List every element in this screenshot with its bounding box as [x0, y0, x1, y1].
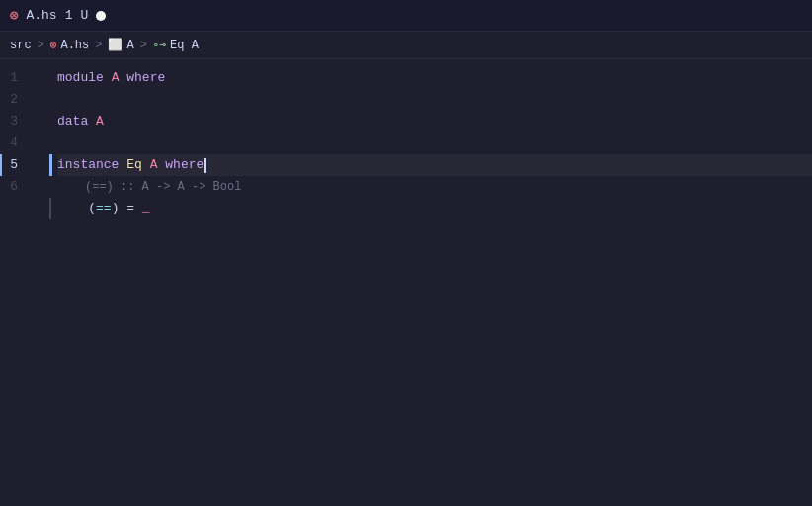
- type-hint-line: (==) :: A -> A -> Bool: [57, 176, 812, 198]
- text-cursor: [204, 158, 206, 173]
- code-line-2: [57, 89, 812, 111]
- code-line-6: ( == ) = _: [57, 198, 812, 219]
- code-line-5: instance Eq A where: [57, 154, 812, 176]
- token-space-6: [157, 154, 165, 176]
- tab-number: 1: [65, 8, 73, 23]
- type-hint-text: (==) :: A -> A -> Bool: [85, 176, 241, 198]
- token-indent: [57, 198, 88, 219]
- token-space-3: [88, 111, 96, 132]
- breadcrumb-bar: src > ⊗ A.hs > ⬜ A > ∘⊸ Eq A: [0, 32, 812, 59]
- breadcrumb-file[interactable]: A.hs: [60, 39, 89, 52]
- haskell-icon: ⊗: [10, 7, 18, 24]
- token-lparen: (: [88, 198, 96, 219]
- token-A-3: A: [150, 154, 158, 176]
- code-line-1: module A where: [57, 67, 812, 89]
- token-data: data: [57, 111, 88, 132]
- token-rparen: ): [112, 198, 120, 219]
- breadcrumb-module-file-icon: ⬜: [108, 38, 122, 52]
- code-line-3: data A: [57, 111, 812, 132]
- tab-modified-label: U: [80, 8, 88, 23]
- token-instance: instance: [57, 154, 119, 176]
- breadcrumb-sep-2: >: [95, 39, 102, 52]
- token-A-1: A: [112, 67, 120, 89]
- line-num-3: 3: [0, 111, 34, 132]
- breadcrumb-eq-class[interactable]: Eq A: [170, 39, 199, 52]
- breadcrumb-src[interactable]: src: [10, 39, 32, 52]
- line-num-4: 4: [0, 132, 34, 154]
- code-editor[interactable]: module A where data A instance Eq A wher…: [49, 59, 812, 506]
- line-6-gutter-indicator: [49, 198, 51, 219]
- editor: 1 2 3 4 5 6 module A where data A instan…: [0, 59, 812, 506]
- token-A-2: A: [96, 111, 104, 132]
- code-line-4: [57, 132, 812, 154]
- token-where-1: where: [126, 67, 165, 89]
- breadcrumb-sep-1: >: [38, 39, 44, 52]
- unsaved-dot-icon: [96, 11, 106, 21]
- token-module: module: [57, 67, 104, 89]
- line-num-2: 2: [0, 89, 34, 111]
- line-num-6: 6: [0, 176, 34, 198]
- token-space-4: [119, 154, 126, 176]
- line-numbers: 1 2 3 4 5 6: [0, 59, 49, 506]
- line-num-5: 5: [0, 154, 34, 176]
- token-eq: Eq: [126, 154, 142, 176]
- active-line-indicator: [49, 154, 52, 176]
- token-space-5: [142, 154, 150, 176]
- token-space-2: [119, 67, 126, 89]
- tab-filename[interactable]: A.hs: [26, 8, 56, 23]
- breadcrumb-hs-icon: ⊗: [50, 39, 57, 51]
- token-where-2: where: [165, 154, 203, 176]
- line-num-1: 1: [0, 67, 34, 89]
- breadcrumb-module[interactable]: A: [126, 39, 133, 52]
- breadcrumb-eq-icon: ∘⊸: [153, 39, 166, 51]
- token-hole: _: [142, 198, 150, 219]
- token-eq-assign: =: [119, 198, 141, 219]
- token-eq-op: ==: [96, 198, 112, 219]
- breadcrumb-sep-3: >: [140, 39, 147, 52]
- title-bar: ⊗ A.hs 1 U: [0, 0, 812, 32]
- token-space: [104, 67, 112, 89]
